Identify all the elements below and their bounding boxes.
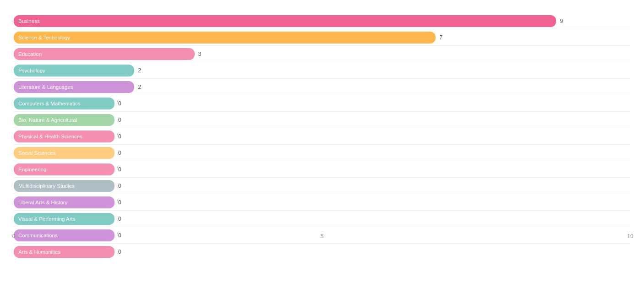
bar-row: Arts & Humanities0	[14, 244, 630, 260]
bar-pill: Engineering	[14, 164, 115, 175]
bar-value: 2	[138, 84, 141, 90]
bar-row: Literature & Languages2	[14, 79, 630, 95]
bar-pill: Bio, Nature & Agricultural	[14, 114, 115, 126]
x-tick: 10	[627, 233, 633, 240]
bar-label: Psychology	[18, 68, 45, 73]
bar-label: Liberal Arts & History	[18, 200, 67, 205]
x-tick: 5	[321, 233, 324, 240]
x-tick: 0	[12, 233, 16, 240]
bar-label: Engineering	[18, 167, 46, 172]
bar-value: 2	[138, 67, 141, 74]
bar-label: Visual & Performing Arts	[18, 216, 75, 222]
bar-label: Bio, Nature & Agricultural	[18, 117, 77, 123]
bar-value: 0	[118, 183, 121, 189]
bar-row: Business9	[14, 13, 630, 29]
bar-row: Bio, Nature & Agricultural0	[14, 112, 630, 128]
bar-value: 0	[118, 150, 121, 156]
bar-label: Business	[18, 18, 40, 24]
bar-label: Multidisciplinary Studies	[18, 183, 75, 189]
x-axis: 0510	[14, 229, 630, 243]
bar-row: Education3	[14, 46, 630, 62]
bar-row: Engineering0	[14, 161, 630, 178]
bar-pill: Business	[14, 15, 556, 27]
bar-value: 0	[118, 166, 121, 173]
bar-value: 0	[118, 117, 121, 123]
bar-row: Social Sciences0	[14, 145, 630, 161]
bar-row: Multidisciplinary Studies0	[14, 178, 630, 194]
bar-label: Literature & Languages	[18, 84, 73, 90]
bar-pill: Computers & Mathematics	[14, 98, 115, 109]
bar-pill: Arts & Humanities	[14, 246, 115, 258]
bar-value: 0	[118, 199, 121, 206]
bar-value: 7	[439, 34, 442, 41]
bar-row: Psychology2	[14, 62, 630, 79]
bar-pill: Liberal Arts & History	[14, 196, 115, 208]
bar-label: Physical & Health Sciences	[18, 134, 82, 139]
bar-pill: Literature & Languages	[14, 81, 134, 93]
bar-label: Social Sciences	[18, 150, 55, 156]
bar-pill: Physical & Health Sciences	[14, 131, 115, 142]
bar-pill: Education	[14, 48, 195, 60]
bar-value: 0	[118, 100, 121, 107]
chart-area: Business9Science & Technology7Education3…	[14, 13, 630, 243]
bar-value: 9	[560, 18, 563, 24]
bar-row: Computers & Mathematics0	[14, 95, 630, 112]
bar-pill: Science & Technology	[14, 32, 436, 44]
bar-value: 3	[198, 51, 202, 57]
bar-label: Science & Technology	[18, 35, 70, 40]
chart-container: Business9Science & Technology7Education3…	[0, 0, 644, 289]
bar-pill: Social Sciences	[14, 147, 115, 159]
bar-label: Education	[18, 51, 42, 57]
bar-label: Arts & Humanities	[18, 249, 60, 255]
bars-section: Business9Science & Technology7Education3…	[14, 13, 630, 229]
bar-label: Computers & Mathematics	[18, 101, 81, 106]
bar-value: 0	[118, 249, 121, 255]
bar-row: Visual & Performing Arts0	[14, 211, 630, 227]
bar-row: Physical & Health Sciences0	[14, 128, 630, 145]
bar-value: 0	[118, 133, 121, 140]
bar-pill: Psychology	[14, 65, 134, 76]
bar-pill: Visual & Performing Arts	[14, 213, 115, 225]
bar-value: 0	[118, 216, 121, 222]
bar-row: Science & Technology7	[14, 29, 630, 46]
bar-pill: Multidisciplinary Studies	[14, 180, 115, 192]
bar-row: Liberal Arts & History0	[14, 194, 630, 211]
